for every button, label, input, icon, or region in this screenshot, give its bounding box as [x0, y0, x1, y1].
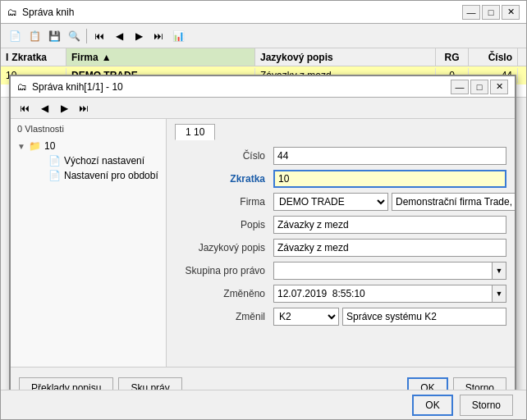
- input-firma-text[interactable]: [392, 193, 515, 211]
- select-zmenil[interactable]: K2: [273, 308, 339, 326]
- label-popis: Popis: [175, 219, 273, 231]
- toolbar-last-button[interactable]: ⏭: [149, 27, 167, 45]
- label-zmenil: Změnil: [175, 311, 273, 322]
- inner-toolbar: ⏮ ◀ ▶ ⏭: [11, 98, 515, 119]
- tab-1-10[interactable]: 1 10: [175, 124, 215, 140]
- tree-item-label: 10: [44, 140, 55, 152]
- tree-item-nastaveni[interactable]: 📄 Nastavení pro období: [14, 168, 163, 183]
- label-firma: Firma: [175, 196, 273, 208]
- tree-item-nastaveni-label: Nastavení pro období: [64, 170, 158, 181]
- right-panel: 1 10 Číslo Zkratka Firma DEMO TRA: [167, 119, 515, 367]
- toolbar-first-button[interactable]: ⏮: [90, 27, 108, 45]
- form-row-popis: Popis: [175, 216, 506, 234]
- inner-window: 🗂 Správa knih[1/1] - 10 — □ ✕ ⏮ ◀ ▶ ⏭ 0 …: [9, 75, 516, 409]
- input-skupina[interactable]: [273, 262, 492, 280]
- zmenil-select-group: K2: [273, 308, 506, 326]
- outer-close-button[interactable]: ✕: [502, 5, 520, 20]
- inner-maximize-button[interactable]: □: [470, 80, 488, 94]
- input-cislo[interactable]: [273, 147, 506, 165]
- sort-icon: I: [6, 52, 8, 63]
- col-cislo: Číslo: [469, 48, 518, 66]
- col-jazykovy: Jazykový popis: [255, 48, 436, 66]
- inner-titlebar-controls: — □ ✕: [451, 80, 508, 94]
- zmeneno-dropdown-group: ▼: [273, 285, 506, 303]
- inner-last-button[interactable]: ⏭: [75, 99, 93, 117]
- tree-item-root[interactable]: ▼ 📁 10: [14, 139, 163, 153]
- expand-icon: ▼: [17, 142, 25, 151]
- table-header: I Zkratka Firma ▲ Jazykový popis RG Čísl…: [1, 48, 526, 66]
- form-row-zmeneno: Změněno ▼: [175, 285, 506, 303]
- input-jazykovy[interactable]: [273, 239, 506, 257]
- input-zkratka[interactable]: [273, 170, 506, 188]
- col-firma: Firma ▲: [66, 48, 255, 66]
- form-row-zmenil: Změnil K2: [175, 308, 506, 326]
- outer-ok-button[interactable]: OK: [412, 395, 452, 416]
- inner-titlebar-left: 🗂 Správa knih[1/1] - 10: [17, 81, 123, 93]
- left-panel: 0 Vlastnosti ▼ 📁 10 📄 Výchozí nastavení …: [11, 119, 167, 367]
- sort-arrow: ▲: [102, 52, 112, 63]
- input-zmeneno[interactable]: [273, 285, 492, 303]
- label-jazykovy: Jazykový popis: [175, 242, 273, 253]
- outer-titlebar-controls: — □ ✕: [462, 5, 520, 20]
- inner-window-icon: 🗂: [17, 81, 27, 93]
- inner-prev-button[interactable]: ◀: [35, 99, 53, 117]
- toolbar-report-button[interactable]: 📊: [169, 27, 187, 45]
- inner-window-title: Správa knih[1/1] - 10: [32, 81, 123, 93]
- zmeneno-dropdown-btn[interactable]: ▼: [492, 285, 506, 303]
- doc-icon-2: 📄: [48, 170, 61, 181]
- left-panel-title: 0 Vlastnosti: [14, 122, 163, 135]
- toolbar-prev-button[interactable]: ◀: [110, 27, 128, 45]
- toolbar-copy-button[interactable]: 📋: [25, 27, 44, 45]
- outer-storno-button[interactable]: Storno: [460, 395, 513, 416]
- skupina-dropdown-btn[interactable]: ▼: [492, 262, 506, 280]
- toolbar-separator: [86, 29, 87, 43]
- col-rg: RG: [436, 48, 469, 66]
- outer-window: 🗂 Správa knih — □ ✕ 📄 📋 💾 🔍 ⏮ ◀ ▶ ⏭ 📊 I …: [0, 0, 527, 420]
- toolbar-save-button[interactable]: 💾: [45, 27, 63, 45]
- outer-titlebar-left: 🗂 Správa knih: [7, 7, 74, 18]
- outer-maximize-button[interactable]: □: [482, 5, 500, 20]
- inner-close-button[interactable]: ✕: [490, 80, 508, 94]
- outer-titlebar: 🗂 Správa knih — □ ✕: [1, 1, 526, 24]
- form-row-jazykovy: Jazykový popis: [175, 239, 506, 257]
- outer-footer: OK Storno: [1, 390, 526, 419]
- skupina-dropdown-group: ▼: [273, 262, 506, 280]
- col-zkratka: I Zkratka: [1, 48, 66, 66]
- input-zmenil-text[interactable]: [342, 308, 506, 326]
- tree-item-vychozi[interactable]: 📄 Výchozí nastavení: [14, 153, 163, 168]
- form-row-skupina: Skupina pro právo ▼: [175, 262, 506, 280]
- label-cislo: Číslo: [175, 150, 273, 162]
- outer-toolbar: 📄 📋 💾 🔍 ⏮ ◀ ▶ ⏭ 📊: [1, 24, 526, 48]
- label-skupina: Skupina pro právo: [175, 265, 273, 276]
- form-row-firma: Firma DEMO TRADE: [175, 193, 506, 211]
- form-row-cislo: Číslo: [175, 147, 506, 165]
- label-zkratka: Zkratka: [175, 173, 273, 185]
- label-zmeneno: Změněno: [175, 288, 273, 299]
- outer-minimize-button[interactable]: —: [462, 5, 480, 20]
- toolbar-next-button[interactable]: ▶: [130, 27, 148, 45]
- inner-body: 0 Vlastnosti ▼ 📁 10 📄 Výchozí nastavení …: [11, 119, 515, 367]
- firma-select-group: DEMO TRADE: [273, 193, 515, 211]
- inner-next-button[interactable]: ▶: [55, 99, 73, 117]
- tree-item-vychozi-label: Výchozí nastavení: [64, 155, 144, 167]
- select-firma[interactable]: DEMO TRADE: [273, 193, 388, 211]
- tab-bar: 1 10: [175, 124, 506, 140]
- inner-titlebar: 🗂 Správa knih[1/1] - 10 — □ ✕: [11, 76, 515, 98]
- toolbar-new-button[interactable]: 📄: [6, 27, 24, 45]
- inner-first-button[interactable]: ⏮: [16, 99, 34, 117]
- window-icon: 🗂: [7, 7, 17, 18]
- form-row-zkratka: Zkratka: [175, 170, 506, 188]
- input-popis[interactable]: [273, 216, 506, 234]
- inner-minimize-button[interactable]: —: [451, 80, 469, 94]
- doc-icon-1: 📄: [48, 155, 61, 167]
- outer-window-title: Správa knih: [22, 7, 74, 18]
- toolbar-search-button[interactable]: 🔍: [65, 27, 83, 45]
- folder-icon: 📁: [29, 140, 41, 152]
